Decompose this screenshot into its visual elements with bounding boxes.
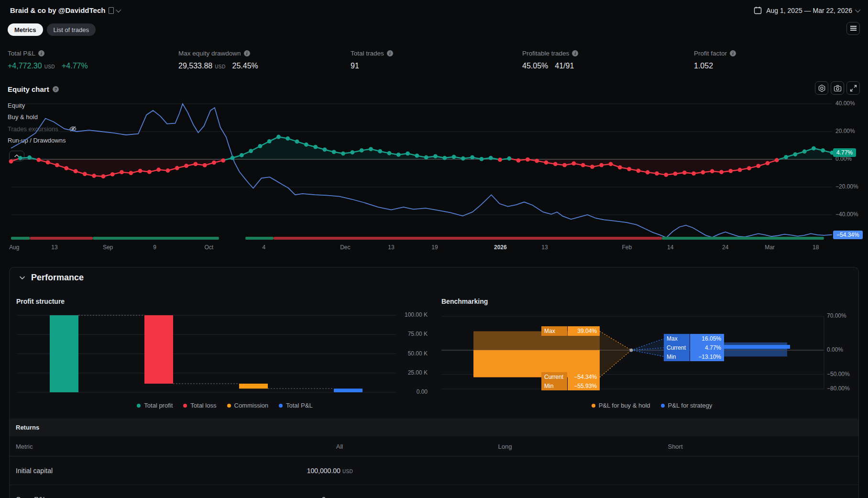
metric-value: 29,533.88USD25.45%: [178, 62, 258, 70]
x-axis-label: 13: [51, 244, 57, 251]
returns-table-header: MetricAllLongShort: [10, 436, 858, 456]
metric-value-text: 91: [351, 62, 359, 70]
performance-title: Performance: [31, 273, 84, 283]
row-value-all: 0USD: [322, 496, 338, 498]
x-axis-label: Feb: [622, 244, 632, 251]
metric-extra: +4.77%: [62, 62, 88, 70]
current-value-badge: 4.77%: [833, 148, 856, 157]
equity-point: [812, 146, 816, 151]
equity-chart-title-label: Equity chart: [8, 85, 49, 93]
profit-structure-chart[interactable]: [14, 310, 435, 396]
metric-value-text: +4,772.30: [8, 62, 42, 70]
metric-label-text: Total P&L: [8, 50, 35, 57]
equity-point: [719, 170, 724, 174]
equity-point: [655, 171, 659, 176]
value-text: 100,000.00: [307, 467, 341, 475]
performance-section-header[interactable]: Performance: [19, 273, 84, 283]
metric-label: Profitable tradesi: [522, 50, 578, 57]
tab-metrics[interactable]: Metrics: [8, 23, 43, 36]
report-title[interactable]: Braid & co by @DaviddTech: [10, 6, 121, 14]
equity-point: [756, 164, 760, 168]
equity-point: [258, 144, 262, 148]
legend-item-p-l-for-buy-hold[interactable]: P&L for buy & hold: [592, 402, 650, 409]
strategy-name: Braid & co by @DaviddTech: [10, 6, 105, 14]
x-axis-label: Mar: [765, 244, 775, 251]
legend-label: Total profit: [144, 402, 173, 409]
value-unit: USD: [342, 469, 353, 474]
legend-item-total-profit[interactable]: Total profit: [137, 402, 173, 409]
date-range-picker[interactable]: Aug 1, 2025 — Mar 22, 2026: [754, 6, 860, 14]
equity-point: [286, 136, 290, 141]
excursion-segment: [274, 237, 662, 240]
column-header-long: Long: [498, 443, 512, 450]
equity-point: [516, 158, 521, 163]
equity-point: [406, 151, 410, 155]
legend-label: P&L for buy & hold: [599, 402, 650, 409]
y-axis-label: 20.00%: [835, 128, 855, 134]
x-axis-label: Oct: [204, 244, 213, 251]
equity-point: [802, 149, 807, 154]
chevron-down-icon: [855, 7, 860, 12]
legend-label: Total P&L: [286, 402, 313, 409]
sections-layout-button[interactable]: [846, 22, 860, 35]
equity-point: [793, 152, 797, 156]
column-header-metric: Metric: [16, 443, 33, 450]
legend-dot: [227, 404, 231, 408]
x-axis-label: 18: [813, 244, 819, 251]
metric-extra: 25.45%: [232, 62, 258, 70]
equity-point: [360, 148, 364, 153]
metric-label: Total tradesi: [351, 50, 393, 57]
info-icon[interactable]: i: [244, 50, 250, 56]
equity-point: [350, 150, 354, 155]
info-icon[interactable]: i: [38, 50, 44, 56]
metric-label: Total P&Li: [8, 50, 88, 57]
x-axis-label: 13: [541, 244, 548, 251]
equity-point: [147, 170, 152, 174]
equity-point: [240, 153, 244, 157]
equity-point: [203, 163, 207, 167]
equity-point: [92, 174, 96, 178]
equity-point: [609, 162, 613, 166]
equity-point: [27, 155, 32, 160]
chart-snapshot-button[interactable]: [831, 81, 844, 95]
camera-icon: [834, 84, 842, 92]
help-icon[interactable]: ?: [53, 86, 59, 92]
y-axis-label: 40.00%: [835, 100, 855, 107]
tab-list-of-trades[interactable]: List of trades: [47, 23, 96, 36]
equity-point: [249, 149, 253, 153]
x-axis-label: 14: [667, 244, 673, 251]
metric-extra: 41/91: [555, 62, 574, 70]
benchmarking-legend: P&L for buy & holdP&L for strategy: [441, 402, 862, 409]
svg-text:−55.93%: −55.93%: [574, 383, 597, 389]
chart-settings-button[interactable]: [815, 81, 828, 95]
equity-point: [129, 171, 133, 175]
equity-chart-plot[interactable]: [0, 93, 868, 256]
excursion-segment: [93, 237, 219, 240]
equity-point: [618, 165, 622, 169]
equity-point: [18, 156, 22, 160]
equity-point: [101, 174, 106, 178]
info-icon[interactable]: i: [387, 50, 393, 56]
returns-section-header: Returns: [10, 419, 858, 436]
equity-point: [507, 156, 511, 161]
date-range-label: Aug 1, 2025 — Mar 22, 2026: [766, 7, 852, 14]
equity-point: [692, 171, 696, 176]
equity-point: [682, 170, 687, 175]
info-icon[interactable]: i: [572, 50, 578, 56]
metric-unit: USD: [215, 64, 225, 69]
equity-point: [83, 172, 87, 176]
legend-item-commission[interactable]: Commission: [227, 402, 269, 409]
fullscreen-button[interactable]: [846, 81, 860, 95]
metric-value-text: 45.05%: [522, 62, 548, 70]
chevron-down-icon: [116, 7, 121, 12]
info-icon[interactable]: i: [730, 50, 736, 56]
equity-point: [378, 149, 382, 154]
equity-point: [636, 168, 640, 173]
legend-item-total-p-l[interactable]: Total P&L: [279, 402, 313, 409]
benchmarking-chart[interactable]: Max39.04%Current−54.34%Min−55.93%Max16.0…: [441, 310, 868, 396]
equity-point: [433, 154, 438, 158]
metric-label-text: Profitable trades: [522, 50, 569, 57]
legend-item-p-l-for-strategy[interactable]: P&L for strategy: [661, 402, 713, 409]
svg-text:Max: Max: [667, 335, 678, 342]
legend-item-total-loss[interactable]: Total loss: [183, 402, 216, 409]
